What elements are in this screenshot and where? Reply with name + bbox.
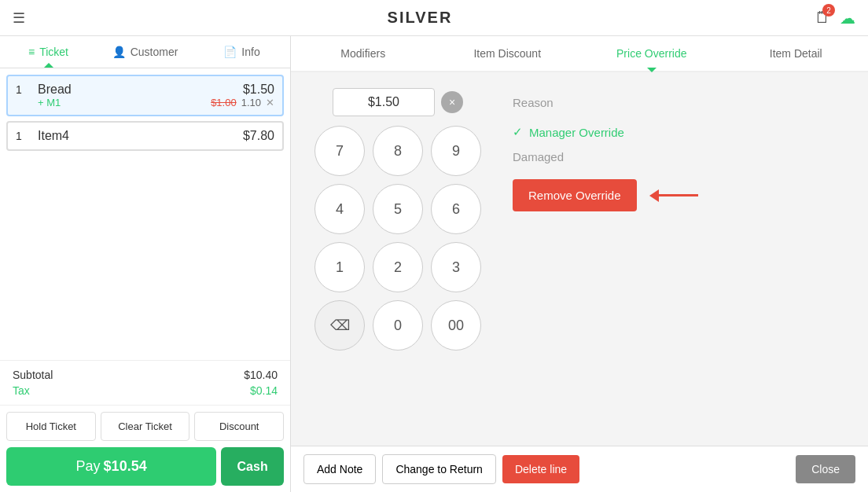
item4-price: $7.80 — [243, 129, 274, 143]
bread-multiplier: 1.10 — [241, 97, 261, 108]
key-backspace[interactable]: ⌫ — [314, 300, 365, 351]
cash-button[interactable]: Cash — [221, 447, 284, 486]
remove-override-button[interactable]: Remove Override — [513, 179, 637, 211]
add-note-button[interactable]: Add Note — [303, 454, 376, 484]
key-6[interactable]: 6 — [431, 184, 481, 234]
item4-qty: 1 — [16, 130, 31, 142]
clear-ticket-button[interactable]: Clear Ticket — [101, 412, 190, 441]
subtotal-label: Subtotal — [13, 369, 53, 381]
key-1[interactable]: 1 — [314, 242, 365, 292]
delete-line-button[interactable]: Delete line — [502, 455, 579, 483]
bread-name: Bread — [31, 83, 243, 97]
hamburger-icon[interactable]: ☰ — [13, 9, 25, 27]
arrow-indicator — [649, 189, 698, 202]
bread-sub: $1.00 1.10 ✕ — [211, 97, 274, 108]
item-detail-tab-label: Item Detail — [770, 47, 822, 60]
pay-button[interactable]: Pay $10.54 — [6, 447, 216, 486]
clear-price-button[interactable]: × — [441, 91, 463, 113]
bread-row1: 1 Bread $1.50 — [16, 83, 274, 97]
tab-item-detail[interactable]: Item Detail — [724, 36, 869, 71]
item4-row1: 1 Item4 $7.80 — [16, 129, 274, 143]
ticket-tab-icon: ≡ — [28, 46, 35, 58]
key-9[interactable]: 9 — [431, 126, 481, 176]
keypad-area: × 7 8 9 4 5 6 1 2 3 ⌫ 0 00 — [314, 88, 481, 430]
main-layout: ≡ Ticket 👤 Customer 📄 Info 1 Bread $1.50 — [0, 36, 868, 492]
tab-customer[interactable]: 👤 Customer — [97, 36, 193, 68]
change-to-return-button[interactable]: Change to Return — [382, 454, 496, 484]
customer-tab-label: Customer — [131, 46, 178, 58]
tab-info[interactable]: 📄 Info — [193, 36, 290, 68]
key-2[interactable]: 2 — [373, 242, 423, 292]
header-right: 🗒 2 ☁ — [815, 9, 855, 28]
pay-row: Pay $10.54 Cash — [0, 447, 290, 492]
reason-manager-override-label: Manager Override — [529, 126, 624, 139]
right-panel: Modifiers Item Discount Price Override I… — [291, 36, 868, 492]
cloud-icon: ☁ — [840, 9, 855, 28]
notification-icon-wrap[interactable]: 🗒 2 — [815, 9, 830, 27]
keypad: 7 8 9 4 5 6 1 2 3 ⌫ 0 00 — [314, 126, 481, 351]
item-discount-tab-label: Item Discount — [473, 47, 541, 60]
ticket-tab-label: Ticket — [39, 46, 68, 58]
ticket-items: 1 Bread $1.50 + M1 $1.00 1.10 ✕ 1 — [0, 68, 290, 360]
subtotal-row: Subtotal $10.40 — [13, 367, 278, 383]
right-footer: Add Note Change to Return Delete line Cl… — [291, 446, 868, 492]
discount-button[interactable]: Discount — [194, 412, 284, 441]
tab-price-override[interactable]: Price Override — [579, 36, 724, 71]
checkmark-icon: ✓ — [513, 125, 523, 139]
totals: Subtotal $10.40 Tax $0.14 — [0, 360, 290, 405]
key-3[interactable]: 3 — [431, 242, 481, 292]
close-button[interactable]: Close — [796, 455, 855, 483]
price-input-row: × — [333, 88, 463, 116]
header-left: ☰ — [13, 9, 25, 27]
bread-qty: 1 — [16, 83, 31, 96]
ticket-item-item4[interactable]: 1 Item4 $7.80 — [6, 121, 284, 151]
right-tabs: Modifiers Item Discount Price Override I… — [291, 36, 868, 72]
bread-price: $1.50 — [243, 83, 274, 97]
subtotal-value: $10.40 — [244, 369, 278, 381]
tab-modifiers[interactable]: Modifiers — [291, 36, 436, 71]
bread-modifier: + M1 — [38, 97, 61, 108]
key-7[interactable]: 7 — [314, 126, 365, 176]
price-override-tab-label: Price Override — [616, 47, 686, 60]
pay-label: Pay — [76, 458, 101, 475]
tax-row: Tax $0.14 — [13, 383, 278, 398]
customer-tab-icon: 👤 — [112, 46, 126, 58]
modifiers-tab-label: Modifiers — [340, 47, 385, 60]
arrow-head-icon — [649, 189, 659, 202]
tab-ticket[interactable]: ≡ Ticket — [0, 36, 97, 68]
key-8[interactable]: 8 — [373, 126, 423, 176]
key-00[interactable]: 00 — [431, 300, 481, 351]
tax-label: Tax — [13, 384, 30, 397]
action-buttons: Hold Ticket Clear Ticket Discount — [0, 405, 290, 447]
header: ☰ SILVER 🗒 2 ☁ — [0, 0, 868, 36]
arrow-line — [659, 194, 698, 196]
bread-original-price: $1.00 — [211, 97, 237, 108]
bread-row2: + M1 $1.00 1.10 ✕ — [16, 97, 274, 108]
remove-override-row: Remove Override — [513, 179, 844, 211]
tax-value: $0.14 — [250, 384, 278, 397]
bread-delete[interactable]: ✕ — [266, 97, 274, 108]
info-tab-icon: 📄 — [223, 46, 237, 58]
key-4[interactable]: 4 — [314, 184, 365, 234]
tab-item-discount[interactable]: Item Discount — [436, 36, 580, 71]
key-0[interactable]: 0 — [373, 300, 423, 351]
reason-manager-override[interactable]: ✓ Manager Override — [513, 125, 844, 139]
key-5[interactable]: 5 — [373, 184, 423, 234]
item4-name: Item4 — [31, 129, 243, 143]
pay-amount: $10.54 — [104, 458, 147, 475]
price-input[interactable] — [333, 88, 435, 116]
reason-label: Reason — [513, 96, 844, 109]
left-tabs: ≡ Ticket 👤 Customer 📄 Info — [0, 36, 290, 68]
reason-damaged-label: Damaged — [513, 150, 564, 163]
right-content: × 7 8 9 4 5 6 1 2 3 ⌫ 0 00 — [291, 72, 868, 446]
hold-ticket-button[interactable]: Hold Ticket — [6, 412, 96, 441]
notification-badge: 2 — [822, 4, 835, 17]
ticket-item-bread[interactable]: 1 Bread $1.50 + M1 $1.00 1.10 ✕ — [6, 75, 284, 116]
app-title: SILVER — [388, 9, 453, 27]
reason-damaged[interactable]: Damaged — [513, 150, 844, 163]
reason-area: Reason ✓ Manager Override Damaged Remove… — [513, 88, 844, 430]
left-panel: ≡ Ticket 👤 Customer 📄 Info 1 Bread $1.50 — [0, 36, 291, 492]
info-tab-label: Info — [241, 46, 259, 58]
